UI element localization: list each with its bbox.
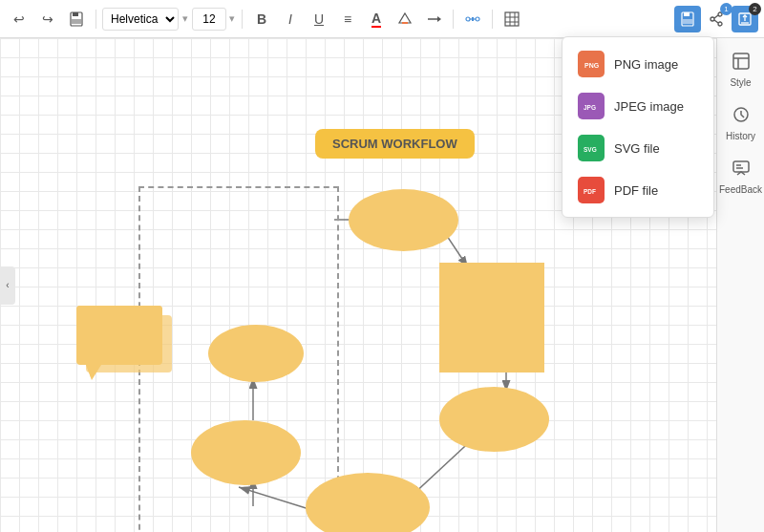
rect-right[interactable] — [439, 263, 544, 372]
ellipse-bottom-right[interactable] — [439, 387, 549, 452]
font-color-button[interactable]: A — [363, 6, 390, 32]
sidebar-item-history[interactable]: History — [720, 101, 762, 145]
svg-rect-10 — [472, 17, 474, 21]
right-sidebar: Style History FeedBack — [716, 38, 764, 532]
pdf-icon: PDF — [578, 177, 605, 203]
sidebar-item-style[interactable]: Style — [720, 48, 762, 92]
bold-button[interactable]: B — [248, 6, 275, 32]
export-button[interactable]: 2 — [732, 6, 758, 32]
svg-rect-1 — [73, 12, 78, 16]
svg-point-7 — [466, 17, 470, 21]
sep1 — [96, 10, 96, 29]
sep2 — [242, 10, 243, 29]
svg-rect-18 — [683, 19, 692, 24]
export-dropdown: PNG PNG image JPG JPEG image SVG SVG fil… — [562, 36, 714, 218]
svg-text:SVG: SVG — [584, 146, 597, 153]
style-label: Style — [730, 77, 751, 88]
svg-line-22 — [714, 15, 718, 18]
ellipse-middle-left[interactable] — [208, 325, 304, 382]
toolbar-save-blue-button[interactable] — [674, 6, 701, 32]
export-pdf-item[interactable]: PDF PDF file — [562, 169, 713, 211]
svg-rect-52 — [733, 161, 749, 172]
sep4 — [492, 10, 493, 29]
history-label: History — [726, 131, 755, 141]
table-button[interactable] — [499, 6, 525, 32]
line-style-button[interactable] — [420, 6, 447, 32]
speech-bubble[interactable] — [76, 306, 181, 387]
svg-rect-46 — [76, 306, 162, 365]
redo-button[interactable]: ↪ — [34, 6, 61, 32]
svg-rect-2 — [72, 19, 81, 24]
collapse-left-button[interactable]: ‹ — [0, 266, 15, 305]
undo-button[interactable]: ↩ — [6, 6, 32, 32]
export-svg-item[interactable]: SVG SVG file — [562, 127, 713, 169]
toolbar-right: 1 2 — [674, 6, 758, 32]
export-jpeg-item[interactable]: JPG JPEG image — [562, 85, 713, 127]
ellipse-bottom-left[interactable] — [191, 420, 301, 485]
svg-point-8 — [476, 17, 479, 21]
font-size-input[interactable] — [192, 8, 226, 31]
svg-marker-3 — [399, 13, 411, 23]
ellipse-bottom-center[interactable] — [306, 473, 430, 532]
export-jpeg-label: JPEG image — [614, 99, 684, 114]
export-pdf-label: PDF file — [614, 183, 658, 198]
svg-rect-48 — [733, 53, 749, 69]
png-icon: PNG — [578, 51, 605, 77]
svg-text:PDF: PDF — [584, 188, 596, 195]
svg-line-23 — [714, 20, 718, 23]
italic-button[interactable]: I — [277, 6, 304, 32]
svg-marker-6 — [437, 16, 441, 22]
feedback-icon — [732, 159, 751, 182]
ellipse-top[interactable] — [349, 189, 458, 251]
chevron-left-icon: ‹ — [6, 280, 9, 290]
history-icon — [732, 105, 751, 129]
export-svg-label: SVG file — [614, 141, 660, 156]
feedback-label: FeedBack — [719, 184, 762, 195]
badge-2: 2 — [749, 3, 761, 15]
font-family-select[interactable]: Helvetica Arial — [102, 8, 179, 31]
style-icon — [732, 52, 751, 75]
sidebar-item-feedback[interactable]: FeedBack — [720, 155, 762, 199]
toolbar: ↩ ↪ Helvetica Arial ▾ ▾ B I U ≡ A 1 — [0, 0, 764, 38]
sep3 — [453, 10, 454, 29]
svg-point-20 — [718, 22, 722, 26]
svg-icon: SVG — [578, 135, 605, 161]
export-png-item[interactable]: PNG PNG image — [562, 43, 713, 85]
share-button[interactable]: 1 — [703, 6, 730, 32]
svg-text:PNG: PNG — [584, 62, 600, 69]
export-png-label: PNG image — [614, 57, 678, 72]
align-button[interactable]: ≡ — [334, 6, 361, 32]
fill-color-button[interactable] — [392, 6, 418, 32]
svg-rect-11 — [505, 12, 519, 26]
diagram-title[interactable]: SCRUM WORKFLOW — [315, 129, 475, 159]
svg-point-21 — [711, 17, 714, 21]
jpeg-icon: JPG — [578, 93, 605, 119]
svg-rect-17 — [684, 12, 690, 16]
connection-button[interactable] — [459, 6, 486, 32]
svg-text:JPG: JPG — [584, 104, 596, 111]
underline-button[interactable]: U — [306, 6, 332, 32]
save-button[interactable] — [63, 6, 90, 32]
